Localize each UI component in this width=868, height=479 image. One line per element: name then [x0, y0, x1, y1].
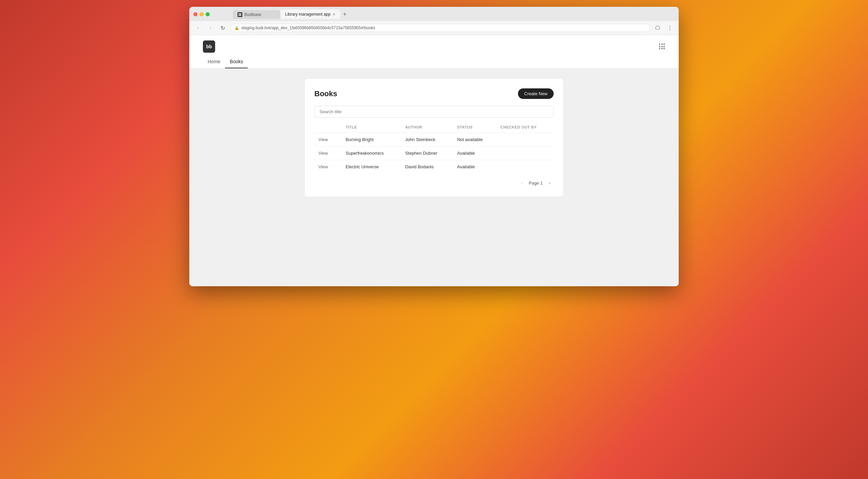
svg-rect-3 — [240, 15, 242, 16]
cell-status: Available — [453, 160, 497, 174]
pagination-prev-button[interactable]: ‹ — [518, 179, 526, 187]
menu-button[interactable]: ⋮ — [665, 23, 675, 33]
forward-button[interactable]: › — [206, 23, 215, 33]
cell-author: John Steinbeck — [401, 133, 453, 147]
lock-icon: 🔒 — [235, 26, 239, 30]
col-status: Status — [453, 123, 497, 133]
reload-button[interactable]: ↻ — [218, 23, 227, 33]
cell-status: Not available — [453, 133, 497, 147]
col-checked-out-by: Checked Out By — [497, 123, 554, 133]
cell-status: Available — [453, 147, 497, 160]
tab-close-library[interactable]: × — [332, 12, 335, 17]
app-nav: Home Books — [203, 55, 665, 68]
browser-content: bb Home Books — [189, 35, 679, 286]
table-row: View Burning Bright John Steinbeck Not a… — [314, 133, 554, 147]
books-header: Books Create New — [314, 88, 554, 99]
cell-title: Superfreakonomics — [342, 147, 401, 160]
back-button[interactable]: ‹ — [193, 23, 203, 33]
new-tab-button[interactable]: + — [340, 10, 350, 19]
cell-checked-out-by — [497, 147, 554, 160]
books-container: Books Create New Title Author Status Che… — [305, 79, 563, 196]
browser-window: Budibase Library management app × + ‹ › … — [189, 7, 679, 286]
books-table: Title Author Status Checked Out By View … — [314, 123, 554, 173]
tab-favicon-budibase — [238, 12, 242, 17]
col-author: Author — [401, 123, 453, 133]
app-logo: bb — [203, 40, 215, 53]
cell-title: Electric Universe — [342, 160, 401, 174]
col-title: Title — [342, 123, 401, 133]
table-row: View Superfreakonomics Stephen Dubner Av… — [314, 147, 554, 160]
view-button[interactable]: View — [318, 136, 328, 143]
browser-tabs: Budibase Library management app × + — [233, 10, 350, 19]
traffic-lights — [193, 12, 210, 16]
svg-rect-1 — [240, 13, 242, 15]
cell-checked-out-by — [497, 160, 554, 174]
address-text: staging.budi.live/app_dev_1fa65096b85045… — [241, 25, 375, 30]
pagination-next-button[interactable]: › — [545, 179, 554, 187]
minimize-window-button[interactable] — [199, 12, 204, 16]
cell-title: Burning Bright — [342, 133, 401, 147]
tab-label-library: Library management app — [285, 12, 330, 17]
main-content: Books Create New Title Author Status Che… — [189, 69, 679, 286]
pagination-page-label: Page 1 — [529, 181, 543, 186]
grid-icon[interactable] — [659, 44, 665, 50]
search-input[interactable] — [314, 106, 554, 118]
svg-rect-0 — [239, 13, 240, 15]
table-row: View Electric Universe David Bodanis Ava… — [314, 160, 554, 174]
cell-author: Stephen Dubner — [401, 147, 453, 160]
pagination: ‹ Page 1 › — [314, 179, 554, 187]
browser-toolbar: ‹ › ↻ 🔒 staging.budi.live/app_dev_1fa650… — [189, 21, 679, 35]
extensions-button[interactable] — [653, 23, 662, 33]
browser-titlebar: Budibase Library management app × + — [189, 7, 679, 21]
maximize-window-button[interactable] — [206, 12, 210, 16]
cell-author: David Bodanis — [401, 160, 453, 174]
tab-budibase[interactable]: Budibase — [233, 10, 280, 19]
tab-library[interactable]: Library management app × — [280, 10, 340, 19]
svg-rect-2 — [239, 15, 240, 16]
create-new-button[interactable]: Create New — [518, 88, 554, 99]
address-bar[interactable]: 🔒 staging.budi.live/app_dev_1fa65096b850… — [230, 24, 650, 32]
view-button[interactable]: View — [318, 150, 328, 156]
nav-item-books[interactable]: Books — [225, 55, 248, 68]
app-header: bb Home Books — [189, 35, 679, 69]
col-action — [314, 123, 342, 133]
nav-item-home[interactable]: Home — [203, 55, 225, 68]
page-title: Books — [314, 89, 337, 98]
view-button[interactable]: View — [318, 164, 328, 170]
cell-checked-out-by — [497, 133, 554, 147]
tab-label-budibase: Budibase — [244, 12, 261, 17]
close-window-button[interactable] — [193, 12, 197, 16]
